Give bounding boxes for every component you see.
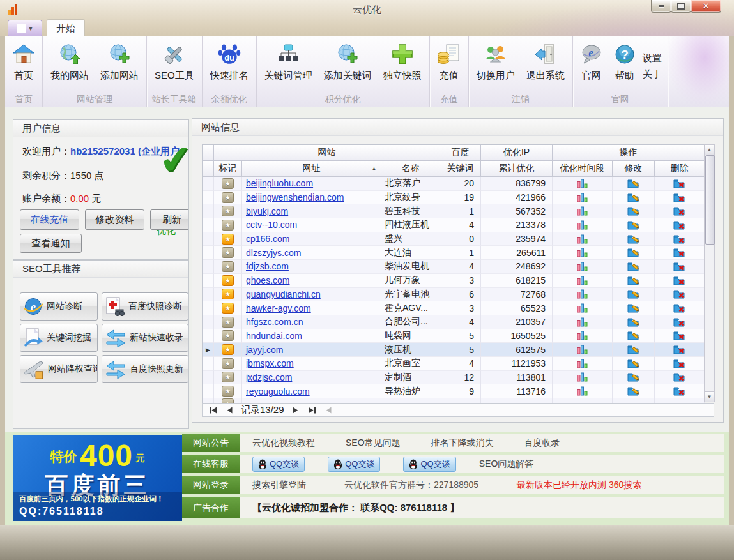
tab-start[interactable]: 开始 xyxy=(47,19,85,37)
star-orange-icon[interactable]: ★ xyxy=(222,303,234,314)
seo-tool-button-4[interactable]: 新站快速收录 xyxy=(102,324,188,352)
edit-icon[interactable] xyxy=(627,206,639,216)
ribbon-button-sitemap[interactable]: 关键词管理 xyxy=(259,38,318,92)
online-recharge-button[interactable]: 在线充值 xyxy=(20,209,79,230)
mark-cell[interactable]: ★ xyxy=(214,191,242,205)
scroll-down-icon[interactable]: ▼ xyxy=(705,391,714,402)
bar-chart-icon[interactable] xyxy=(577,303,588,313)
star-gray-icon[interactable]: ★ xyxy=(222,178,234,189)
edit-icon[interactable] xyxy=(627,372,639,382)
ribbon-button-globe-add[interactable]: 添加网站 xyxy=(95,38,144,92)
table-row[interactable]: ★hfgszc.com.cn合肥公司...4210357 xyxy=(203,315,705,329)
ribbon-button-browser[interactable]: e官网 xyxy=(575,38,608,92)
ribbon-button-globe-upload[interactable]: 我的网站 xyxy=(45,38,95,92)
edit-profile-button[interactable]: 修改资料 xyxy=(85,209,144,230)
bar-chart-icon[interactable] xyxy=(577,276,588,285)
delete-icon[interactable] xyxy=(673,372,685,382)
star-orange-icon[interactable]: ★ xyxy=(222,289,234,299)
mark-cell[interactable]: ★ xyxy=(214,288,242,302)
mark-cell[interactable]: ★ xyxy=(214,232,242,246)
bar-chart-icon[interactable] xyxy=(577,206,588,216)
mark-cell[interactable]: ★ xyxy=(214,204,242,218)
edit-icon[interactable] xyxy=(627,179,639,188)
announcement-link[interactable]: SEO常见问题 xyxy=(346,437,401,449)
bar-chart-icon[interactable] xyxy=(577,331,588,340)
delete-icon[interactable] xyxy=(673,317,685,327)
header-col-delete[interactable]: 删除 xyxy=(655,161,705,177)
mark-cell[interactable]: ★ xyxy=(214,384,242,398)
mark-cell[interactable]: ★ xyxy=(214,301,242,315)
delete-icon[interactable] xyxy=(673,248,685,257)
ribbon-button-home[interactable]: 首页 xyxy=(7,38,40,92)
site-url-link[interactable]: hawker-agv.com xyxy=(246,303,311,314)
edit-icon[interactable] xyxy=(627,248,639,257)
mark-cell[interactable]: ★ xyxy=(214,177,242,191)
table-row[interactable]: ★jbmspx.com北京画室41121953 xyxy=(203,357,705,371)
site-url-link[interactable]: cctv--10.com xyxy=(246,220,297,230)
pager-prev-button[interactable] xyxy=(224,405,234,415)
header-col-mark[interactable]: 标记 xyxy=(214,161,242,177)
table-row[interactable]: ★hawker-agv.com霍克AGV...365523 xyxy=(203,301,705,315)
site-url-link[interactable]: hfgszc.com.cn xyxy=(246,317,303,327)
seo-tool-button-6[interactable]: 百度快照更新 xyxy=(102,355,188,383)
qq-chat-button[interactable]: QQ交谈 xyxy=(252,457,305,472)
ribbon-button-exit[interactable]: 退出系统 xyxy=(521,38,570,92)
mark-cell[interactable]: ★ xyxy=(214,357,242,371)
header-col-url[interactable]: 网址▲ xyxy=(242,161,381,177)
header-col-keywords[interactable]: 关键词 xyxy=(440,161,481,177)
table-scrollbar[interactable]: ▲ ▼ xyxy=(704,144,715,402)
bar-chart-icon[interactable] xyxy=(577,317,588,327)
ribbon-small-button[interactable]: 设置 xyxy=(643,52,662,64)
ribbon-button-users[interactable]: 切换用户 xyxy=(471,38,521,92)
ribbon-button-coins[interactable]: 充值 xyxy=(432,38,466,92)
table-row[interactable]: ★ghoes.com几何万象3618215 xyxy=(203,274,705,288)
table-row[interactable]: ★beijingwenshendian.com北京纹身19421966 xyxy=(203,191,705,205)
seo-tool-button-5[interactable]: 网站降权查询 xyxy=(20,355,98,383)
bar-chart-icon[interactable] xyxy=(577,386,588,396)
site-url-link[interactable]: guangyudianchi.cn xyxy=(246,289,321,299)
delete-icon[interactable] xyxy=(673,262,685,271)
seo-tool-button-2[interactable]: 百度快照诊断 xyxy=(102,292,188,321)
delete-icon[interactable] xyxy=(673,303,685,313)
header-col-timerange[interactable]: 优化时间段 xyxy=(553,161,613,177)
site-url-link[interactable]: dlzszyjys.com xyxy=(246,248,301,258)
table-row[interactable]: ★guangyudianchi.cn光宇蓄电池672768 xyxy=(203,288,705,302)
delete-icon[interactable] xyxy=(673,179,685,188)
app-menu-button[interactable]: ▼ xyxy=(8,20,42,37)
site-url-link[interactable]: biyukj.com xyxy=(246,206,288,216)
maximize-button[interactable] xyxy=(671,0,691,13)
scrollbar-thumb[interactable] xyxy=(705,155,715,245)
site-url-link[interactable]: hndundai.com xyxy=(246,331,302,341)
site-url-link[interactable]: fdjzsb.com xyxy=(246,261,289,271)
mark-cell[interactable]: ★ xyxy=(214,218,242,232)
table-row[interactable]: ★beijingluohu.com北京落户20836799 xyxy=(203,177,705,191)
edit-icon[interactable] xyxy=(627,345,639,354)
star-gray-icon[interactable]: ★ xyxy=(222,358,234,369)
ad-banner[interactable]: 特价 400 元 百度前三 百度前三页内，500以下指数的正规企业词！ QQ:7… xyxy=(13,435,182,521)
star-gray-icon[interactable]: ★ xyxy=(222,247,234,258)
table-row[interactable]: ▶★jayyj.com液压机5612575 xyxy=(203,343,705,357)
bar-chart-icon[interactable] xyxy=(577,220,588,230)
edit-icon[interactable] xyxy=(627,289,639,299)
delete-icon[interactable] xyxy=(673,359,685,368)
table-row[interactable]: ★cp166.com盛兴0235974 xyxy=(203,232,705,246)
bar-chart-icon[interactable] xyxy=(577,345,588,354)
mark-cell[interactable]: ★ xyxy=(214,274,242,288)
bar-chart-icon[interactable] xyxy=(577,359,588,368)
mark-cell[interactable]: ★ xyxy=(214,315,242,329)
ribbon-button-plus[interactable]: 独立快照 xyxy=(378,38,427,92)
qq-chat-button[interactable]: QQ交谈 xyxy=(328,457,380,472)
delete-icon[interactable] xyxy=(673,276,685,285)
delete-icon[interactable] xyxy=(673,220,685,230)
bar-chart-icon[interactable] xyxy=(577,262,588,271)
site-url-link[interactable]: cp166.com xyxy=(246,234,289,244)
announcement-link[interactable]: 排名下降或消失 xyxy=(431,437,494,449)
table-row[interactable]: ★biyukj.com碧玉科技1567352 xyxy=(203,204,705,218)
site-url-link[interactable]: reyouguolu.com xyxy=(246,386,310,397)
announcement-link[interactable]: SEO问题解答 xyxy=(479,458,534,470)
star-orange-icon[interactable]: ★ xyxy=(222,344,234,355)
star-gray-icon[interactable]: ★ xyxy=(222,192,234,203)
refresh-button[interactable]: 刷新 xyxy=(150,209,189,230)
delete-icon[interactable] xyxy=(673,193,685,202)
edit-icon[interactable] xyxy=(627,262,639,271)
